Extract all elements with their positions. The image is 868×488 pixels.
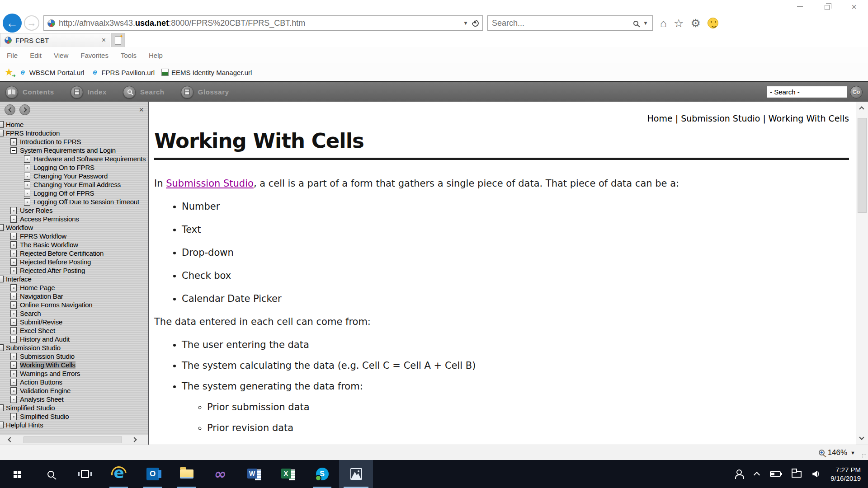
- zoom-control[interactable]: + 146% ▼: [819, 445, 855, 460]
- toc-horizontal-scrollbar[interactable]: [0, 435, 148, 445]
- toc-tree-item[interactable]: System Requirements and Login: [0, 146, 148, 155]
- menu-item[interactable]: File: [7, 52, 18, 59]
- toc-tree-item[interactable]: Online Forms Navigation: [0, 300, 148, 309]
- taskbar-app-icon[interactable]: [0, 460, 34, 488]
- people-icon[interactable]: [735, 469, 744, 479]
- scroll-down-icon[interactable]: [859, 435, 864, 440]
- favorites-link[interactable]: WBSCM Portal.url: [19, 68, 85, 77]
- toc-tree-item[interactable]: Home: [0, 120, 148, 129]
- back-button[interactable]: ←: [3, 14, 22, 33]
- cbt-toolbar-button[interactable]: Index: [71, 86, 107, 99]
- forward-button[interactable]: →: [24, 15, 39, 31]
- toc-tree-item[interactable]: Rejected Before Certification: [0, 249, 148, 258]
- toc-tree-item[interactable]: Rejected After Posting: [0, 266, 148, 275]
- taskbar-app-icon[interactable]: [68, 460, 102, 488]
- toc-tree-item[interactable]: History and Audit: [0, 335, 148, 343]
- network-icon[interactable]: [792, 471, 802, 478]
- smiley-feedback-icon[interactable]: [708, 18, 718, 28]
- search-input[interactable]: [492, 19, 629, 28]
- toc-tree-item[interactable]: Rejected Before Posting: [0, 258, 148, 266]
- toc-tree-item[interactable]: Changing Your Email Address: [0, 180, 148, 189]
- toc-tree-item[interactable]: Submission Studio: [0, 343, 148, 352]
- toc-tree-item[interactable]: Navigation Bar: [0, 292, 148, 300]
- horizontal-scroll-thumb[interactable]: [24, 436, 122, 443]
- taskbar-app-icon[interactable]: [34, 460, 68, 488]
- toc-tree-item[interactable]: Submit/Revise: [0, 318, 148, 326]
- cbt-toolbar-button[interactable]: Search: [123, 86, 165, 99]
- search-icon[interactable]: [633, 21, 638, 26]
- close-button[interactable]: ×: [848, 1, 860, 13]
- go-button[interactable]: Go: [850, 86, 863, 99]
- toc-tree-item[interactable]: FPRS Introduction: [0, 129, 148, 137]
- search-box[interactable]: ▼: [487, 15, 653, 31]
- settings-gear-icon[interactable]: ⚙: [691, 17, 701, 29]
- taskbar-app-icon[interactable]: [271, 460, 305, 488]
- search-dropdown-icon[interactable]: ▼: [643, 20, 648, 26]
- toc-tree-item[interactable]: Introduction to FPRS: [0, 137, 148, 146]
- toc-tree-item[interactable]: The Basic Workflow: [0, 240, 148, 249]
- submission-studio-link[interactable]: Submission Studio: [166, 178, 254, 189]
- taskbar-app-icon[interactable]: [170, 460, 203, 488]
- new-tab-button[interactable]: [111, 33, 125, 47]
- taskbar-app-icon[interactable]: [102, 460, 136, 488]
- taskbar-app-icon[interactable]: [136, 460, 170, 488]
- toc-tree-item[interactable]: Search: [0, 309, 148, 318]
- toc-tree-item[interactable]: Submission Studio: [0, 352, 148, 361]
- menu-item[interactable]: Edit: [30, 52, 42, 59]
- favorites-star-icon[interactable]: ☆: [674, 17, 684, 29]
- toc-tree-item[interactable]: Simplified Studio: [0, 404, 148, 412]
- toc-tree-item[interactable]: Simplified Studio: [0, 412, 148, 421]
- tab-close-icon[interactable]: ×: [102, 36, 106, 44]
- tab-fprs-cbt[interactable]: FPRS CBT ×: [0, 33, 110, 47]
- toc-tree-item[interactable]: Changing Your Password: [0, 172, 148, 180]
- vertical-scrollbar[interactable]: [856, 102, 868, 445]
- cbt-search-box[interactable]: [767, 86, 847, 98]
- taskbar-app-icon[interactable]: [203, 460, 237, 488]
- toc-tree-item[interactable]: Interface: [0, 275, 148, 283]
- toc-tree-item[interactable]: FPRS Workflow: [0, 232, 148, 240]
- scroll-right-icon[interactable]: [132, 437, 137, 442]
- toc-tree-item[interactable]: Analysis Sheet: [0, 395, 148, 404]
- taskbar-app-icon[interactable]: [237, 460, 271, 488]
- menu-item[interactable]: Tools: [121, 52, 137, 59]
- toc-tree-item[interactable]: Validation Engine: [0, 386, 148, 395]
- cbt-toolbar-button[interactable]: Contents: [5, 86, 54, 99]
- vertical-scroll-thumb[interactable]: [858, 118, 867, 213]
- toc-tree-item[interactable]: Excel Sheet: [0, 326, 148, 335]
- scroll-left-icon[interactable]: [8, 437, 13, 442]
- toc-tree-item[interactable]: Action Buttons: [0, 378, 148, 386]
- toc-tree-item[interactable]: Working With Cells: [0, 361, 148, 369]
- toc-back-button[interactable]: [5, 104, 15, 115]
- taskbar-app-icon[interactable]: [305, 460, 339, 488]
- battery-icon[interactable]: [770, 471, 781, 477]
- toc-tree-item[interactable]: Access Permissions: [0, 215, 148, 223]
- toc-tree-item[interactable]: Helpful Hints: [0, 421, 148, 429]
- menu-item[interactable]: Favorites: [80, 52, 108, 59]
- cbt-search-input[interactable]: [767, 88, 847, 96]
- address-bar[interactable]: http://afnvaalx3ws43.usda.net:8000/FPRS%…: [43, 15, 483, 31]
- taskbar-app-icon[interactable]: [339, 460, 373, 488]
- home-icon[interactable]: ⌂: [660, 17, 667, 29]
- hidden-icons-chevron-icon[interactable]: [754, 472, 760, 478]
- menu-item[interactable]: View: [54, 52, 68, 59]
- favorites-link[interactable]: EEMS Identity Manager.url: [161, 68, 252, 77]
- toc-forward-button[interactable]: [19, 104, 30, 115]
- add-favorite-star-icon[interactable]: ★: [5, 66, 14, 78]
- toc-tree-item[interactable]: Hardware and Software Requirements: [0, 155, 148, 163]
- toc-tree-item[interactable]: Home Page: [0, 283, 148, 292]
- toc-tree-item[interactable]: Logging Off of FPRS: [0, 189, 148, 197]
- refresh-icon[interactable]: [471, 19, 480, 28]
- resize-grip[interactable]: [862, 454, 866, 458]
- url-text[interactable]: http://afnvaalx3ws43.usda.net:8000/FPRS%…: [59, 19, 459, 28]
- minimize-button[interactable]: [794, 1, 806, 13]
- toc-close-icon[interactable]: ×: [139, 106, 144, 114]
- favorites-link[interactable]: FPRS Pavilion.url: [91, 68, 155, 77]
- zoom-dropdown-icon[interactable]: ▼: [850, 450, 855, 455]
- toc-tree-item[interactable]: Logging On to FPRS: [0, 163, 148, 172]
- restore-button[interactable]: [821, 1, 833, 13]
- scroll-up-icon[interactable]: [859, 106, 864, 111]
- address-dropdown-icon[interactable]: ▼: [463, 20, 468, 26]
- menu-item[interactable]: Help: [149, 52, 163, 59]
- toc-tree-item[interactable]: Warnings and Errors: [0, 369, 148, 378]
- toc-tree-item[interactable]: Logging Off Due to Session Timeout: [0, 197, 148, 206]
